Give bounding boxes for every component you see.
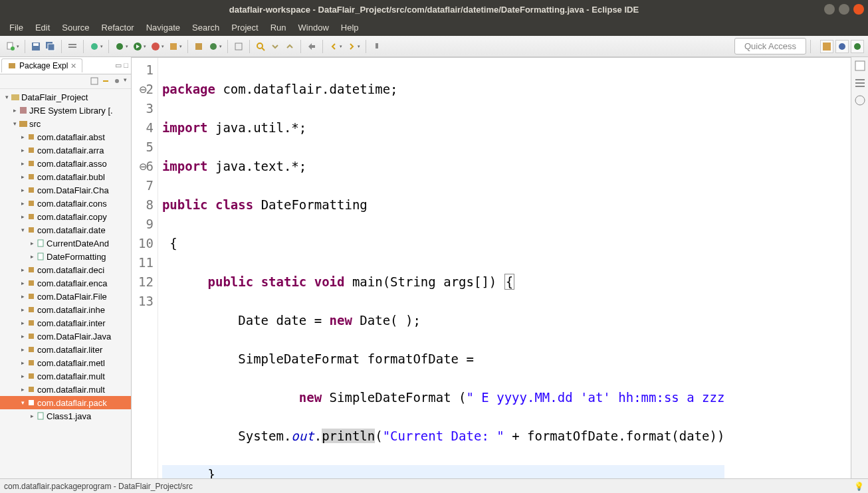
- close-view-icon[interactable]: ✕: [70, 62, 76, 70]
- help-view-icon[interactable]: [854, 94, 866, 106]
- package-icon: [27, 371, 36, 381]
- package-icon: [27, 358, 36, 367]
- package-icon: [27, 332, 36, 341]
- tree-package[interactable]: ▸com.dataflair.metl: [0, 356, 131, 369]
- svg-rect-67: [855, 82, 865, 84]
- svg-point-21: [854, 43, 861, 50]
- tree-package[interactable]: ▸com.dataflair.bubl: [0, 170, 131, 183]
- focus-icon[interactable]: [112, 76, 122, 86]
- tree-class[interactable]: ▸Class1.java: [0, 409, 131, 423]
- package-icon: [27, 199, 36, 208]
- svg-rect-36: [38, 240, 43, 246]
- quick-access-input[interactable]: Quick Access: [734, 38, 806, 54]
- save-button[interactable]: [29, 40, 43, 53]
- tree-package[interactable]: ▸com.DataFlair.Cha: [0, 183, 131, 197]
- code-content[interactable]: package com.dataflair.datetime; import j…: [158, 58, 725, 478]
- tip-icon[interactable]: 💡: [854, 482, 864, 491]
- maximize-button[interactable]: [839, 4, 849, 15]
- tree-package[interactable]: ▾com.dataflair.date: [0, 223, 131, 237]
- menu-window[interactable]: Window: [293, 20, 334, 35]
- menu-search[interactable]: Search: [187, 20, 225, 35]
- run-button[interactable]: ▾: [131, 40, 148, 53]
- view-menu-icon[interactable]: ▾: [124, 76, 127, 86]
- minimize-view-icon[interactable]: ▭: [115, 61, 122, 70]
- tree-package[interactable]: ▸com.dataflair.asso: [0, 157, 131, 170]
- svg-point-16: [257, 43, 263, 49]
- menu-project[interactable]: Project: [226, 20, 263, 35]
- fold-marker-icon[interactable]: ⊖: [139, 157, 146, 176]
- menu-navigate[interactable]: Navigate: [141, 20, 185, 35]
- tree-package[interactable]: ▸com.DataFlair.Java: [0, 330, 131, 343]
- window-controls: [824, 4, 864, 15]
- svg-rect-30: [29, 161, 34, 166]
- skip-breakpoints-button[interactable]: ▾: [88, 40, 104, 53]
- svg-rect-42: [29, 320, 34, 326]
- open-type-button[interactable]: [232, 40, 245, 53]
- toggle-breadcrumb-button[interactable]: [66, 40, 79, 53]
- last-edit-button[interactable]: [305, 40, 318, 53]
- menu-edit[interactable]: Edit: [30, 20, 55, 35]
- tree-package[interactable]: ▸com.dataflair.mult: [0, 369, 131, 383]
- package-icon: [27, 278, 36, 288]
- tree-package[interactable]: ▸com.dataflair.cons: [0, 197, 131, 210]
- coverage-button[interactable]: ▾: [149, 40, 165, 53]
- tree-src[interactable]: ▾src: [0, 117, 131, 130]
- tree-package[interactable]: ▸com.dataflair.mult: [0, 383, 131, 396]
- collapse-all-icon[interactable]: [90, 76, 99, 86]
- svg-rect-12: [170, 43, 177, 50]
- svg-rect-66: [855, 79, 865, 80]
- search-button[interactable]: [254, 40, 267, 53]
- svg-rect-35: [29, 227, 34, 233]
- tree-package[interactable]: ▸com.dataflair.enca: [0, 276, 131, 290]
- package-explorer-tab[interactable]: Package Expl ✕: [1, 58, 82, 72]
- close-button[interactable]: [853, 4, 864, 15]
- save-all-button[interactable]: [44, 40, 57, 53]
- tree-package[interactable]: ▸com.dataflair.inhe: [0, 303, 131, 316]
- forward-button[interactable]: ▾: [345, 40, 362, 53]
- minimize-button[interactable]: [824, 4, 835, 15]
- tree-package[interactable]: ▸com.dataflair.liter: [0, 343, 131, 356]
- package-tree[interactable]: ▾DataFlair_Project ▸JRE System Library […: [0, 89, 131, 478]
- menu-help[interactable]: Help: [336, 20, 364, 35]
- svg-point-20: [839, 43, 845, 50]
- menu-refactor[interactable]: Refactor: [96, 20, 140, 35]
- new-package-button[interactable]: [192, 40, 205, 53]
- task-list-icon[interactable]: [854, 60, 866, 72]
- tree-package[interactable]: ▸com.dataflair.abst: [0, 130, 131, 144]
- link-editor-icon[interactable]: [101, 76, 110, 86]
- tree-package[interactable]: ▸com.dataflair.arra: [0, 144, 131, 157]
- pin-button[interactable]: [370, 40, 383, 53]
- menu-source[interactable]: Source: [56, 20, 94, 35]
- debug-button[interactable]: ▾: [113, 40, 130, 53]
- annotation-next-button[interactable]: [269, 40, 282, 53]
- tree-project[interactable]: ▾DataFlair_Project: [0, 90, 131, 104]
- external-tools-button[interactable]: ▾: [167, 40, 183, 53]
- menu-run[interactable]: Run: [265, 20, 292, 35]
- tree-package-selected[interactable]: ▾com.dataflair.pack: [0, 396, 131, 409]
- tree-class[interactable]: ▸CurrentDateAnd: [0, 237, 131, 250]
- tree-package[interactable]: ▸com.dataflair.copy: [0, 210, 131, 223]
- tree-package[interactable]: ▸com.DataFlair.File: [0, 290, 131, 303]
- tree-package[interactable]: ▸com.dataflair.inter: [0, 316, 131, 330]
- tree-jre[interactable]: ▸JRE System Library [.: [0, 104, 131, 117]
- new-button[interactable]: ▾: [4, 40, 21, 53]
- menu-file[interactable]: File: [4, 20, 29, 35]
- java-perspective-button[interactable]: [835, 40, 849, 53]
- open-perspective-button[interactable]: [820, 40, 833, 53]
- code-editor[interactable]: 1 ⊖2 3 4 5 ⊖6 7 8 9 10 11 12 13 package …: [132, 58, 851, 478]
- library-icon: [19, 106, 28, 115]
- outline-icon[interactable]: [854, 77, 866, 89]
- fold-marker-icon[interactable]: ⊖: [139, 80, 146, 99]
- java-file-icon: [36, 252, 45, 261]
- svg-point-14: [210, 43, 217, 50]
- package-icon: [27, 385, 36, 394]
- debug-perspective-button[interactable]: [851, 40, 864, 53]
- svg-rect-48: [29, 400, 34, 405]
- package-icon: [7, 61, 17, 70]
- maximize-view-icon[interactable]: □: [124, 61, 128, 70]
- new-class-button[interactable]: ▾: [207, 40, 223, 53]
- annotation-prev-button[interactable]: [283, 40, 296, 53]
- tree-class[interactable]: ▸DateFormatting: [0, 250, 131, 263]
- tree-package[interactable]: ▸com.dataflair.deci: [0, 263, 131, 276]
- back-button[interactable]: ▾: [327, 40, 344, 53]
